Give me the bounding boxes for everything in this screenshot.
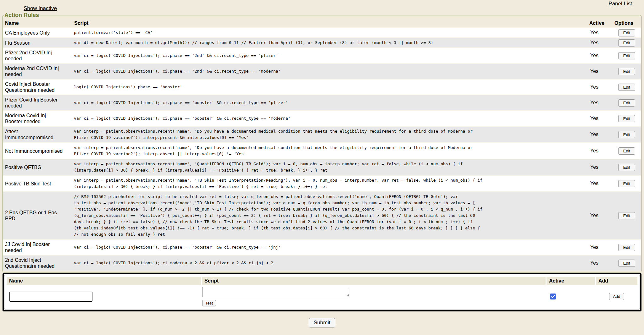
rule-script-cell: var interp = patient.observations.recent… bbox=[72, 143, 587, 159]
rule-active-status: Yes bbox=[587, 126, 613, 143]
column-header-script: Script bbox=[72, 19, 587, 28]
edit-button[interactable]: Edit bbox=[618, 52, 635, 59]
rule-script: var ci = logic('COVID Injections'); ci.p… bbox=[74, 244, 483, 250]
edit-button[interactable]: Edit bbox=[618, 84, 635, 91]
rule-name: Moderna Covid Inj Booster needed bbox=[3, 111, 72, 126]
rule-active-status: Yes bbox=[587, 79, 613, 95]
action-rules-panel: Action Rules Name Script Active Options … bbox=[3, 12, 641, 272]
edit-button[interactable]: Edit bbox=[618, 212, 635, 219]
edit-button[interactable]: Edit bbox=[618, 147, 635, 155]
rule-name: Positive QFTBG bbox=[3, 159, 72, 175]
edit-button[interactable]: Edit bbox=[618, 39, 635, 47]
table-row: JJ Covid Inj Booster needed var ci = log… bbox=[3, 239, 641, 255]
rule-script: var interp = patient.observations.recent… bbox=[74, 177, 483, 190]
rule-active-status: Yes bbox=[587, 175, 613, 192]
rule-name: Pfizer 2nd COVID Inj needed bbox=[3, 48, 72, 63]
rule-script-cell: var interp = patient.observations.recent… bbox=[72, 159, 587, 175]
add-form-header-row: Name Script Active Add bbox=[7, 277, 637, 285]
rule-script: var ci = logic('COVID Injections'); ci.p… bbox=[74, 115, 483, 122]
edit-button[interactable]: Edit bbox=[618, 29, 635, 36]
rule-script-cell: var ci = logic('COVID Injections'); ci.p… bbox=[72, 239, 587, 255]
table-header-row: Name Script Active Options bbox=[3, 19, 641, 28]
rule-script-cell: var interp = patient.observations.recent… bbox=[72, 175, 587, 192]
form-header-active: Active bbox=[547, 277, 595, 285]
rule-script-cell: var dt = new Date(); var month = dt.getM… bbox=[72, 38, 587, 48]
edit-button[interactable]: Edit bbox=[618, 115, 635, 122]
rule-script: // RM# 103562 placeholder for script to … bbox=[74, 194, 483, 238]
rule-active-status: Yes bbox=[587, 63, 613, 79]
rule-script-cell: var ci = logic('COVID Injections'); ci.p… bbox=[72, 95, 587, 111]
add-rule-form-inner: Name Script Active Add Test bbox=[4, 275, 640, 310]
rule-script-cell: var ci = logic('COVID Injections'); ci.p… bbox=[72, 111, 587, 126]
active-checkbox[interactable] bbox=[550, 294, 556, 299]
rule-active-status: Yes bbox=[587, 159, 613, 175]
rule-name: Attest Immunocompromised bbox=[3, 126, 72, 143]
action-rules-table: Name Script Active Options CA Employees … bbox=[3, 19, 641, 271]
rule-name: 2 Pos QFTBG or 1 Pos PPD bbox=[3, 192, 72, 239]
rule-script-cell: var ci = logic('COVID Injections'); ci.p… bbox=[72, 63, 587, 79]
table-row: Pfizer 2nd COVID Inj needed var ci = log… bbox=[3, 48, 641, 63]
rule-script: var ci = logic('COVID Injections'); ci.p… bbox=[74, 100, 483, 106]
rule-name-input[interactable] bbox=[9, 292, 92, 302]
rule-script: var interp = patient.observations.recent… bbox=[74, 145, 483, 157]
rule-script: var interp = patient.observations.recent… bbox=[74, 128, 483, 141]
rule-active-status: Yes bbox=[587, 48, 613, 63]
rule-script-cell: var ci = logic('COVID Injections'); ci.p… bbox=[72, 48, 587, 63]
edit-button[interactable]: Edit bbox=[618, 99, 635, 107]
rule-name: Postive TB Skin Test bbox=[3, 175, 72, 192]
checkmark-icon bbox=[550, 294, 556, 299]
add-button[interactable]: Add bbox=[609, 293, 624, 300]
form-header-add: Add bbox=[596, 277, 637, 285]
submit-button[interactable]: Submit bbox=[309, 318, 336, 327]
test-button[interactable]: Test bbox=[202, 300, 216, 306]
rule-name: JJ Covid Inj Booster needed bbox=[3, 239, 72, 255]
table-row: Not Immunocompromised var interp = patie… bbox=[3, 143, 641, 159]
form-header-name: Name bbox=[7, 277, 201, 285]
edit-button[interactable]: Edit bbox=[618, 164, 635, 171]
edit-button[interactable]: Edit bbox=[618, 180, 635, 187]
rule-script-cell: var ci = logic('COVID Injections'); ci.m… bbox=[72, 255, 587, 271]
rule-script: patient.formvar('state') == 'CA' bbox=[74, 30, 483, 36]
add-rule-table: Name Script Active Add Test bbox=[6, 276, 638, 308]
rule-active-status: Yes bbox=[587, 38, 613, 48]
rule-name: 2nd Covid Inject Questionnaire needed bbox=[3, 255, 72, 271]
panel-list-link[interactable]: Panel List bbox=[608, 1, 632, 7]
table-row: Flu Season var dt = new Date(); var mont… bbox=[3, 38, 641, 48]
rule-name: Flu Season bbox=[3, 38, 72, 48]
table-row: 2 Pos QFTBG or 1 Pos PPD // RM# 103562 p… bbox=[3, 192, 641, 239]
submit-row: Submit bbox=[0, 318, 644, 327]
table-row: 2nd Covid Inject Questionnaire needed va… bbox=[3, 255, 641, 271]
rule-script: var ci = logic('COVID Injections'); ci.p… bbox=[74, 52, 483, 59]
rule-active-status: Yes bbox=[587, 192, 613, 239]
rule-name: Moderna 2nd COVID Inj needed bbox=[3, 63, 72, 79]
rule-active-status: Yes bbox=[587, 111, 613, 126]
edit-button[interactable]: Edit bbox=[618, 68, 635, 75]
edit-button[interactable]: Edit bbox=[618, 260, 635, 267]
panel-title: Action Rules bbox=[4, 12, 40, 19]
rule-script: var ci = logic('COVID Injections'); ci.p… bbox=[74, 68, 483, 74]
rule-name: Covid Inject Booster Questionnaire neede… bbox=[3, 79, 72, 95]
rule-script-cell: patient.formvar('state') == 'CA' bbox=[72, 28, 587, 38]
rule-name: Pfizer Covid Inj Booster needed bbox=[3, 95, 72, 111]
edit-button[interactable]: Edit bbox=[618, 244, 635, 251]
table-row: Attest Immunocompromised var interp = pa… bbox=[3, 126, 641, 143]
edit-button[interactable]: Edit bbox=[618, 131, 635, 138]
column-header-options: Options bbox=[613, 19, 641, 28]
table-row: Covid Inject Booster Questionnaire neede… bbox=[3, 79, 641, 95]
rule-name: Not Immunocompromised bbox=[3, 143, 72, 159]
rule-active-status: Yes bbox=[587, 143, 613, 159]
rule-script: logic('COVID Injections').phase == 'boos… bbox=[74, 84, 483, 90]
column-header-name: Name bbox=[3, 19, 72, 28]
rule-active-status: Yes bbox=[587, 239, 613, 255]
table-row: Moderna 2nd COVID Inj needed var ci = lo… bbox=[3, 63, 641, 79]
rule-script-cell: // RM# 103562 placeholder for script to … bbox=[72, 192, 587, 239]
rule-active-status: Yes bbox=[587, 255, 613, 271]
form-header-script: Script bbox=[202, 277, 546, 285]
column-header-active: Active bbox=[587, 19, 613, 28]
rule-script: var dt = new Date(); var month = dt.getM… bbox=[74, 40, 483, 46]
show-inactive-link[interactable]: Show Inactive bbox=[24, 5, 57, 12]
rule-script-textarea[interactable] bbox=[202, 287, 349, 297]
add-form-input-row: Test Add bbox=[7, 286, 637, 307]
rule-active-status: Yes bbox=[587, 28, 613, 38]
top-bar: Show Inactive Panel List bbox=[0, 0, 644, 12]
